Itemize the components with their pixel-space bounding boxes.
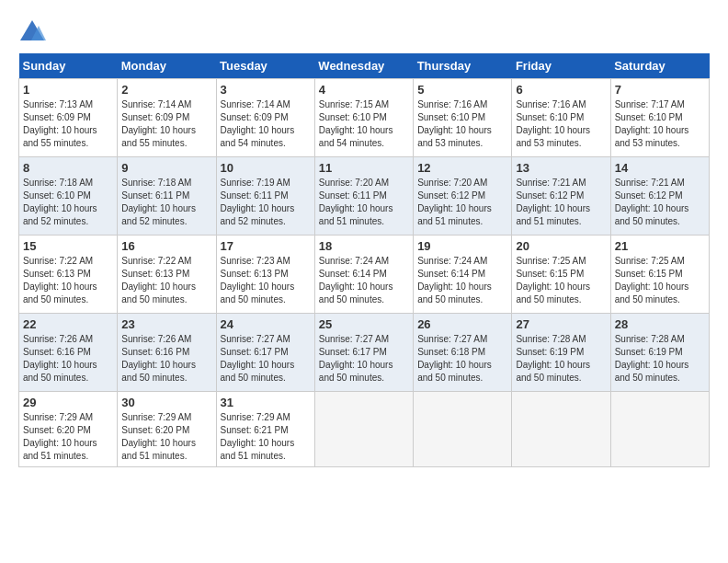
calendar-week-row: 8 Sunrise: 7:18 AMSunset: 6:10 PMDayligh… <box>19 157 710 236</box>
day-info: Sunrise: 7:26 AMSunset: 6:16 PMDaylight:… <box>23 333 113 385</box>
day-number: 10 <box>221 161 311 175</box>
calendar-cell: 26 Sunrise: 7:27 AMSunset: 6:18 PMDaylig… <box>414 314 512 392</box>
calendar-cell: 18 Sunrise: 7:24 AMSunset: 6:14 PMDaylig… <box>314 236 413 314</box>
day-info: Sunrise: 7:15 AMSunset: 6:10 PMDaylight:… <box>319 98 409 150</box>
page-header <box>18 18 710 44</box>
day-info: Sunrise: 7:29 AMSunset: 6:21 PMDaylight:… <box>221 411 311 463</box>
day-number: 1 <box>23 83 113 97</box>
col-monday: Monday <box>118 53 216 79</box>
day-info: Sunrise: 7:27 AMSunset: 6:17 PMDaylight:… <box>319 333 409 385</box>
day-number: 5 <box>417 83 507 97</box>
day-info: Sunrise: 7:14 AMSunset: 6:09 PMDaylight:… <box>121 98 211 150</box>
calendar-cell: 10 Sunrise: 7:19 AMSunset: 6:11 PMDaylig… <box>216 157 314 236</box>
calendar-cell: 16 Sunrise: 7:22 AMSunset: 6:13 PMDaylig… <box>118 236 216 314</box>
day-info: Sunrise: 7:20 AMSunset: 6:11 PMDaylight:… <box>319 177 409 228</box>
day-info: Sunrise: 7:29 AMSunset: 6:20 PMDaylight:… <box>23 411 113 463</box>
calendar-cell: 23 Sunrise: 7:26 AMSunset: 6:16 PMDaylig… <box>118 314 216 392</box>
calendar-week-row: 1 Sunrise: 7:13 AMSunset: 6:09 PMDayligh… <box>19 79 710 157</box>
day-number: 30 <box>121 396 211 409</box>
day-info: Sunrise: 7:21 AMSunset: 6:12 PMDaylight:… <box>516 177 606 228</box>
day-info: Sunrise: 7:27 AMSunset: 6:18 PMDaylight:… <box>417 333 507 385</box>
col-friday: Friday <box>512 53 610 79</box>
calendar-cell: 5 Sunrise: 7:16 AMSunset: 6:10 PMDayligh… <box>414 79 512 157</box>
calendar-header-row: Sunday Monday Tuesday Wednesday Thursday… <box>19 53 710 79</box>
calendar-cell <box>314 392 413 467</box>
day-number: 24 <box>221 317 311 331</box>
calendar-cell: 27 Sunrise: 7:28 AMSunset: 6:19 PMDaylig… <box>512 314 610 392</box>
calendar-cell: 24 Sunrise: 7:27 AMSunset: 6:17 PMDaylig… <box>216 314 314 392</box>
day-number: 4 <box>319 83 409 97</box>
calendar-cell: 17 Sunrise: 7:23 AMSunset: 6:13 PMDaylig… <box>216 236 314 314</box>
day-info: Sunrise: 7:17 AMSunset: 6:10 PMDaylight:… <box>615 98 705 150</box>
day-number: 31 <box>221 396 311 409</box>
calendar-cell: 8 Sunrise: 7:18 AMSunset: 6:10 PMDayligh… <box>19 157 118 236</box>
calendar-cell: 6 Sunrise: 7:16 AMSunset: 6:10 PMDayligh… <box>512 79 610 157</box>
logo-icon <box>18 18 46 44</box>
day-number: 2 <box>121 83 211 97</box>
calendar-week-row: 15 Sunrise: 7:22 AMSunset: 6:13 PMDaylig… <box>19 236 710 314</box>
col-saturday: Saturday <box>610 53 709 79</box>
day-info: Sunrise: 7:25 AMSunset: 6:15 PMDaylight:… <box>516 255 606 306</box>
calendar-cell: 1 Sunrise: 7:13 AMSunset: 6:09 PMDayligh… <box>19 79 118 157</box>
day-info: Sunrise: 7:24 AMSunset: 6:14 PMDaylight:… <box>319 255 409 306</box>
day-info: Sunrise: 7:16 AMSunset: 6:10 PMDaylight:… <box>516 98 606 150</box>
day-number: 20 <box>516 239 606 253</box>
day-info: Sunrise: 7:25 AMSunset: 6:15 PMDaylight:… <box>615 255 705 306</box>
col-wednesday: Wednesday <box>314 53 413 79</box>
calendar-cell: 19 Sunrise: 7:24 AMSunset: 6:14 PMDaylig… <box>414 236 512 314</box>
day-info: Sunrise: 7:18 AMSunset: 6:11 PMDaylight:… <box>121 177 211 228</box>
day-info: Sunrise: 7:22 AMSunset: 6:13 PMDaylight:… <box>23 255 113 306</box>
day-number: 9 <box>121 161 211 175</box>
calendar-cell <box>610 392 709 467</box>
day-info: Sunrise: 7:24 AMSunset: 6:14 PMDaylight:… <box>417 255 507 306</box>
day-number: 22 <box>23 317 113 331</box>
day-number: 13 <box>516 161 606 175</box>
day-info: Sunrise: 7:20 AMSunset: 6:12 PMDaylight:… <box>417 177 507 228</box>
day-number: 3 <box>221 83 311 97</box>
calendar-cell: 15 Sunrise: 7:22 AMSunset: 6:13 PMDaylig… <box>19 236 118 314</box>
calendar-cell: 28 Sunrise: 7:28 AMSunset: 6:19 PMDaylig… <box>610 314 709 392</box>
day-number: 28 <box>615 317 705 331</box>
col-sunday: Sunday <box>19 53 118 79</box>
calendar-cell: 31 Sunrise: 7:29 AMSunset: 6:21 PMDaylig… <box>216 392 314 467</box>
day-info: Sunrise: 7:14 AMSunset: 6:09 PMDaylight:… <box>221 98 311 150</box>
day-number: 19 <box>417 239 507 253</box>
calendar-cell: 22 Sunrise: 7:26 AMSunset: 6:16 PMDaylig… <box>19 314 118 392</box>
day-number: 8 <box>23 161 113 175</box>
calendar-cell: 20 Sunrise: 7:25 AMSunset: 6:15 PMDaylig… <box>512 236 610 314</box>
day-number: 16 <box>121 239 211 253</box>
day-info: Sunrise: 7:13 AMSunset: 6:09 PMDaylight:… <box>23 98 113 150</box>
day-number: 12 <box>417 161 507 175</box>
day-number: 26 <box>417 317 507 331</box>
day-info: Sunrise: 7:28 AMSunset: 6:19 PMDaylight:… <box>615 333 705 385</box>
calendar-week-row: 29 Sunrise: 7:29 AMSunset: 6:20 PMDaylig… <box>19 392 710 467</box>
calendar-cell: 3 Sunrise: 7:14 AMSunset: 6:09 PMDayligh… <box>216 79 314 157</box>
day-number: 15 <box>23 239 113 253</box>
calendar-cell: 11 Sunrise: 7:20 AMSunset: 6:11 PMDaylig… <box>314 157 413 236</box>
col-tuesday: Tuesday <box>216 53 314 79</box>
day-number: 21 <box>615 239 705 253</box>
day-number: 29 <box>23 396 113 409</box>
day-info: Sunrise: 7:27 AMSunset: 6:17 PMDaylight:… <box>221 333 311 385</box>
calendar-cell <box>512 392 610 467</box>
logo <box>18 18 50 44</box>
day-number: 17 <box>221 239 311 253</box>
calendar-cell: 21 Sunrise: 7:25 AMSunset: 6:15 PMDaylig… <box>610 236 709 314</box>
day-number: 7 <box>615 83 705 97</box>
day-info: Sunrise: 7:16 AMSunset: 6:10 PMDaylight:… <box>417 98 507 150</box>
calendar-cell: 7 Sunrise: 7:17 AMSunset: 6:10 PMDayligh… <box>610 79 709 157</box>
day-number: 23 <box>121 317 211 331</box>
calendar-cell: 13 Sunrise: 7:21 AMSunset: 6:12 PMDaylig… <box>512 157 610 236</box>
calendar-cell: 12 Sunrise: 7:20 AMSunset: 6:12 PMDaylig… <box>414 157 512 236</box>
day-number: 11 <box>319 161 409 175</box>
day-number: 18 <box>319 239 409 253</box>
calendar-cell: 2 Sunrise: 7:14 AMSunset: 6:09 PMDayligh… <box>118 79 216 157</box>
calendar: Sunday Monday Tuesday Wednesday Thursday… <box>18 53 710 467</box>
day-info: Sunrise: 7:18 AMSunset: 6:10 PMDaylight:… <box>23 177 113 228</box>
day-number: 27 <box>516 317 606 331</box>
day-info: Sunrise: 7:23 AMSunset: 6:13 PMDaylight:… <box>221 255 311 306</box>
calendar-cell: 30 Sunrise: 7:29 AMSunset: 6:20 PMDaylig… <box>118 392 216 467</box>
day-info: Sunrise: 7:19 AMSunset: 6:11 PMDaylight:… <box>221 177 311 228</box>
day-info: Sunrise: 7:28 AMSunset: 6:19 PMDaylight:… <box>516 333 606 385</box>
calendar-week-row: 22 Sunrise: 7:26 AMSunset: 6:16 PMDaylig… <box>19 314 710 392</box>
